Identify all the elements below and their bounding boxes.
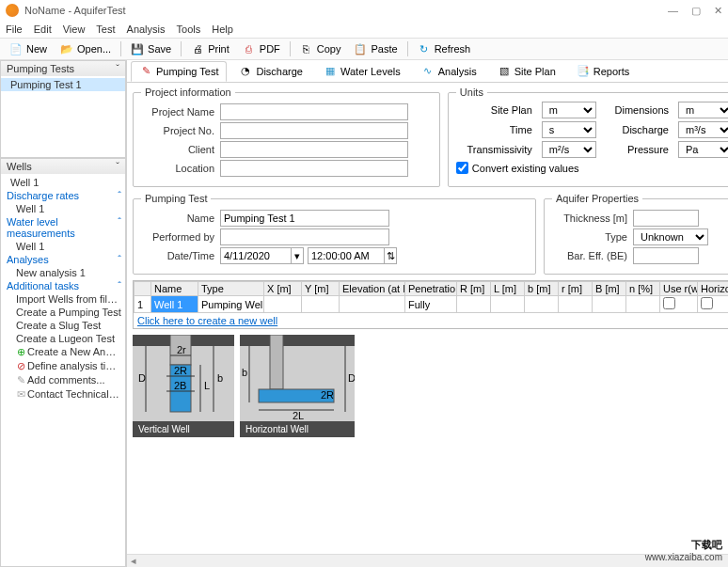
cell-name[interactable]: Well 1 <box>151 296 198 313</box>
svg-rect-18 <box>270 335 283 389</box>
open-button[interactable]: 📂Open... <box>55 40 117 57</box>
col-type[interactable]: Type <box>198 282 264 296</box>
tab-analysis[interactable]: ∿Analysis <box>413 61 485 82</box>
horizontal-well-diagram: 2R 2L b D Horizontal Well <box>240 335 355 437</box>
convert-checkbox[interactable] <box>456 162 468 174</box>
discharge-rates-header[interactable]: Discharge ratesˆ <box>1 189 125 202</box>
col-elev[interactable]: Elevation (at Benchmark) <box>340 282 405 296</box>
siteplan-select[interactable]: m <box>542 102 596 118</box>
col-name[interactable]: Name <box>151 282 198 296</box>
label-transmissivity: Transmissivity <box>456 144 534 155</box>
panel-header[interactable]: Pumping Testsˇ <box>1 61 125 76</box>
new-button[interactable]: 📄New <box>4 40 53 57</box>
project-name-input[interactable] <box>220 103 408 120</box>
wells-grid[interactable]: Name Type X [m] Y [m] Elevation (at Benc… <box>133 280 728 329</box>
col-n[interactable]: n [%] <box>626 282 660 296</box>
tab-strip: ✎Pumping Test ◔Discharge ▦Water Levels ∿… <box>127 60 728 83</box>
window-controls: — ▢ ✕ <box>668 5 722 17</box>
task-create-pumping[interactable]: Create a Pumping Test <box>1 306 125 319</box>
pdf-button[interactable]: ⎙PDF <box>237 40 286 57</box>
print-button[interactable]: 🖨Print <box>185 40 235 57</box>
project-info-legend: Project information <box>141 87 235 98</box>
task-import-wells[interactable]: Import Wells from file... <box>1 292 125 306</box>
col-horiz[interactable]: Horizontal <box>698 282 729 296</box>
discharge-select[interactable]: m³/s <box>678 121 728 138</box>
collapse-icon: ˆ <box>118 254 121 265</box>
water-level-item[interactable]: Well 1 <box>1 240 125 253</box>
deny-icon: ⊘ <box>16 360 25 372</box>
col-pen[interactable]: Penetration <box>405 282 457 296</box>
date-input[interactable] <box>220 247 292 264</box>
horizontal-scrollbar[interactable]: ◂ <box>127 554 728 567</box>
copy-button[interactable]: ⎘Copy <box>294 40 347 57</box>
transmissivity-select[interactable]: m²/s <box>542 141 596 158</box>
time-select[interactable]: s <box>542 121 596 138</box>
spinner-icon[interactable]: ⇅ <box>384 247 397 264</box>
col-r[interactable]: r [m] <box>559 282 593 296</box>
save-button[interactable]: 💾Save <box>125 40 177 57</box>
minimize-button[interactable]: — <box>668 5 678 17</box>
dimensions-select[interactable]: m <box>678 102 728 118</box>
col-y[interactable]: Y [m] <box>302 282 340 296</box>
col-R[interactable]: R [m] <box>457 282 491 296</box>
col-use[interactable]: Use r(w) <box>660 282 698 296</box>
tab-site-plan[interactable]: ▧Site Plan <box>489 61 564 82</box>
paste-button[interactable]: 📋Paste <box>348 40 403 57</box>
convert-checkbox-label[interactable]: Convert existing values <box>456 162 728 174</box>
menu-view[interactable]: View <box>63 24 86 35</box>
menu-edit[interactable]: Edit <box>34 24 52 35</box>
menu-help[interactable]: Help <box>212 24 233 35</box>
menu-test[interactable]: Test <box>96 24 115 35</box>
refresh-button[interactable]: ↻Refresh <box>412 40 477 57</box>
panel-header[interactable]: Wellsˇ <box>1 159 125 174</box>
menu-tools[interactable]: Tools <box>177 24 201 35</box>
horizontal-checkbox[interactable] <box>701 297 713 309</box>
col-L[interactable]: L [m] <box>491 282 525 296</box>
pressure-select[interactable]: Pa <box>678 141 728 158</box>
location-input[interactable] <box>220 160 408 177</box>
additional-tasks-header[interactable]: Additional tasksˆ <box>1 279 125 292</box>
task-contact-support[interactable]: ✉Contact Technical Support... <box>1 387 125 402</box>
test-name-input[interactable] <box>220 210 389 227</box>
analysis-item[interactable]: New analysis 1 <box>1 266 125 279</box>
separator <box>120 41 121 56</box>
label-discharge: Discharge <box>604 124 671 135</box>
create-well-link[interactable]: Click here to create a new well <box>134 313 728 328</box>
time-input[interactable] <box>308 247 385 264</box>
menu-analysis[interactable]: Analysis <box>127 24 166 35</box>
bareff-input[interactable] <box>633 247 699 264</box>
vertical-well-diagram: 2r 2R 2B D L b Vertical Well <box>133 335 234 437</box>
type-select[interactable]: Unknown <box>633 228 708 245</box>
col-x[interactable]: X [m] <box>264 282 302 296</box>
tab-discharge[interactable]: ◔Discharge <box>230 61 311 82</box>
col-b[interactable]: b [m] <box>525 282 559 296</box>
water-level-header[interactable]: Water level measurementsˆ <box>1 215 125 240</box>
tab-pumping-test[interactable]: ✎Pumping Test <box>131 61 227 82</box>
use-rw-checkbox[interactable] <box>663 297 675 309</box>
maximize-button[interactable]: ▢ <box>691 5 701 17</box>
project-no-input[interactable] <box>220 122 408 139</box>
discharge-item[interactable]: Well 1 <box>1 202 125 215</box>
report-icon: 📑 <box>577 65 590 78</box>
close-button[interactable]: ✕ <box>714 5 722 17</box>
table-row[interactable]: 1 Well 1 Pumping Well Fully <box>135 296 729 313</box>
scroll-area[interactable]: Project information Project Name Project… <box>127 83 728 554</box>
well-item[interactable]: Well 1 <box>1 176 125 189</box>
task-add-comments[interactable]: ✎Add comments... <box>1 373 125 387</box>
task-create-lugeon[interactable]: Create a Lugeon Test <box>1 332 125 345</box>
performed-input[interactable] <box>220 228 389 245</box>
col-idx[interactable] <box>135 282 151 296</box>
analyses-header[interactable]: Analysesˆ <box>1 253 125 266</box>
panel-wells: Wellsˇ Well 1 Discharge ratesˆ Well 1 Wa… <box>0 158 126 567</box>
tab-reports[interactable]: 📑Reports <box>568 61 639 82</box>
col-B[interactable]: B [m] <box>593 282 626 296</box>
task-create-analysis[interactable]: ⊕Create a New Analysis <box>1 345 125 359</box>
task-create-slug[interactable]: Create a Slug Test <box>1 319 125 332</box>
pumping-test-item[interactable]: Pumping Test 1 <box>1 78 125 91</box>
thickness-input[interactable] <box>633 210 699 227</box>
task-define-range[interactable]: ⊘Define analysis time range... <box>1 359 125 373</box>
calendar-icon[interactable]: ▾ <box>291 247 304 264</box>
client-input[interactable] <box>220 141 408 158</box>
menu-file[interactable]: File <box>6 24 23 35</box>
tab-water-levels[interactable]: ▦Water Levels <box>315 61 409 82</box>
